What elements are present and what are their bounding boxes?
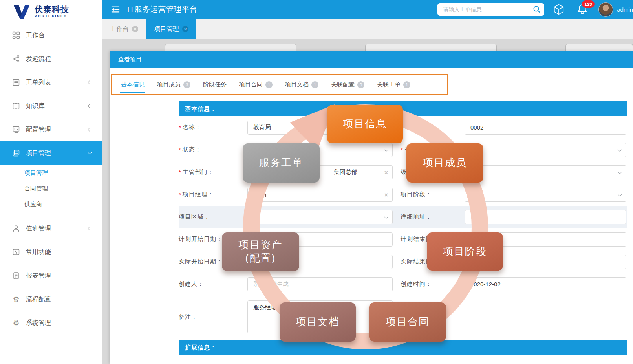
- list-icon: [12, 78, 20, 87]
- sidebar-item-flow-config[interactable]: ⚙流程配置: [0, 287, 102, 311]
- form-row: 计划开始日期 :计划结束日期 :: [179, 228, 627, 251]
- tab-label: 基本信息: [121, 81, 145, 88]
- sidebar-subitem-project-mgmt-sub[interactable]: 项目管理: [0, 165, 102, 181]
- tab-basic-info[interactable]: 基本信息: [121, 75, 145, 94]
- region-field[interactable]: 全: [247, 210, 393, 224]
- sidebar-item-knowledge[interactable]: 知识库: [0, 94, 102, 118]
- level-field[interactable]: [465, 165, 626, 179]
- label-text: 创建时间 :: [401, 280, 430, 288]
- chevron-left-icon: [88, 80, 92, 84]
- create-time-field[interactable]: 2020-12-02: [465, 277, 626, 291]
- window-tab-workbench[interactable]: 工作台×: [102, 19, 146, 39]
- background-input-3: [565, 44, 633, 51]
- sidebar-item-report-mgmt[interactable]: 报表管理: [0, 264, 102, 287]
- address-field[interactable]: [465, 210, 626, 224]
- label-text: 项目区域 :: [179, 213, 208, 221]
- field-value: 保: [470, 191, 476, 198]
- form-row: *项目经理 :lwwh×项目阶段 :保: [179, 183, 627, 206]
- creator-field[interactable]: 系统自动生成: [247, 277, 393, 291]
- cube-icon[interactable]: [553, 4, 565, 15]
- sidebar-item-label: 工作台: [26, 31, 45, 40]
- close-tab-icon[interactable]: ×: [132, 26, 138, 32]
- notification-bell-icon[interactable]: 123: [577, 4, 588, 15]
- username: admin: [617, 6, 633, 13]
- plan-start-field[interactable]: [247, 232, 393, 247]
- grid-icon: [12, 31, 20, 40]
- tab-label: 项目合同: [239, 81, 263, 88]
- tab-documents[interactable]: 项目文档1: [285, 75, 318, 94]
- sidebar-subitem-contract-mgmt[interactable]: 合同管理: [0, 181, 102, 196]
- sidebar-item-project-mgmt[interactable]: 项目管理: [0, 141, 102, 165]
- phase-field[interactable]: 保: [465, 188, 626, 202]
- name-field[interactable]: 教育局: [247, 121, 393, 135]
- status-label: *状态 :: [179, 146, 247, 154]
- form-row: 项目区域 :全详细地址 :: [179, 206, 627, 228]
- field-value: 教育局: [253, 124, 271, 131]
- sidebar-item-ticket-list[interactable]: 工单列表: [0, 71, 102, 94]
- search-icon[interactable]: [532, 5, 541, 14]
- field-value: 集团总部: [253, 168, 357, 176]
- form-row: *状态 :*类型 :: [179, 139, 627, 161]
- field-value: 全: [253, 213, 259, 221]
- sidebar-item-label: 工单列表: [26, 79, 51, 87]
- pulse-icon: [12, 248, 20, 256]
- tab-related-config[interactable]: 关联配置0: [331, 75, 364, 94]
- actual-end-field[interactable]: [465, 255, 626, 269]
- tab-related-tickets[interactable]: 关联工单1: [377, 75, 410, 94]
- label-text: 计划开始日期 :: [179, 236, 220, 243]
- window-tab-project[interactable]: 项目管理×: [146, 19, 196, 39]
- form-row: 创建人 :系统自动生成创建时间 :2020-12-02: [179, 273, 627, 295]
- process-gear-icon: ⚙: [12, 295, 20, 304]
- sidebar-item-label: 配置管理: [26, 126, 51, 134]
- stack-icon: [12, 149, 20, 157]
- avatar[interactable]: [598, 2, 613, 17]
- tab-contracts[interactable]: 项目合同1: [239, 75, 273, 94]
- tab-phase-tasks[interactable]: 阶段任务: [203, 75, 227, 94]
- manager-field[interactable]: lwwh×: [247, 188, 393, 202]
- remark-placeholder: 服务经理维护: [253, 304, 289, 311]
- required-star: *: [179, 146, 181, 153]
- tab-count-badge: 1: [265, 81, 273, 88]
- sidebar-item-workbench[interactable]: 工作台: [0, 24, 102, 47]
- field-value: 2020-12-02: [470, 281, 501, 287]
- type-label: *类型 :: [393, 146, 465, 154]
- sidebar-item-start-flow[interactable]: 发起流程: [0, 47, 102, 71]
- plan-start-label: 计划开始日期 :: [179, 236, 247, 243]
- sidebar-subitem-supplier[interactable]: 供应商: [0, 196, 102, 212]
- close-tab-icon[interactable]: ×: [182, 26, 188, 32]
- field-placeholder: 系统自动生成: [253, 280, 289, 288]
- clear-icon[interactable]: ×: [384, 191, 388, 199]
- code-field[interactable]: 0002: [465, 121, 626, 135]
- sidebar-item-duty-mgmt[interactable]: 值班管理: [0, 217, 102, 240]
- brand-logo: 伏泰科技 VORTEXINFO: [0, 0, 102, 24]
- status-field[interactable]: [247, 143, 393, 157]
- chevron-down-icon: [88, 150, 92, 154]
- sidebar-item-config-mgmt[interactable]: 配置管理: [0, 118, 102, 141]
- search-input[interactable]: [437, 6, 526, 13]
- tab-members[interactable]: 项目成员3: [157, 75, 190, 94]
- chevron-down-icon: [618, 169, 622, 174]
- report-icon: [12, 271, 20, 280]
- view-project-modal: 查看项目 基本信息项目成员3阶段任务项目合同1项目文档1关联配置0关联工单1 基…: [110, 51, 633, 364]
- menu-fold-icon[interactable]: [111, 4, 121, 15]
- remark-field[interactable]: 服务经理维护: [247, 300, 393, 333]
- actual-end-label: 实际结束日期 :: [393, 258, 465, 265]
- clear-icon[interactable]: ×: [384, 169, 388, 176]
- sidebar-item-common-func[interactable]: 常用功能: [0, 240, 102, 264]
- background-input-2: [365, 44, 497, 51]
- sidebar-item-system-mgmt[interactable]: ⚙系统管理: [0, 311, 102, 335]
- department-field[interactable]: 集团总部×: [247, 165, 393, 179]
- sidebar-item-label: 报表管理: [26, 272, 51, 280]
- type-field[interactable]: [465, 143, 626, 157]
- tab-label: 关联工单: [377, 81, 401, 88]
- chevron-down-icon: [618, 192, 622, 196]
- user-icon: [12, 224, 20, 233]
- chevron-left-icon: [88, 127, 92, 132]
- label-text: 名称 :: [183, 124, 199, 131]
- create-time-label: 创建时间 :: [393, 280, 465, 288]
- actual-start-field[interactable]: [247, 255, 393, 269]
- plan-end-field[interactable]: [465, 232, 626, 247]
- actual-start-label: 实际开始日期 :: [179, 258, 247, 265]
- tab-label: 项目成员: [157, 81, 181, 88]
- remark-label: 备注 :: [179, 313, 247, 321]
